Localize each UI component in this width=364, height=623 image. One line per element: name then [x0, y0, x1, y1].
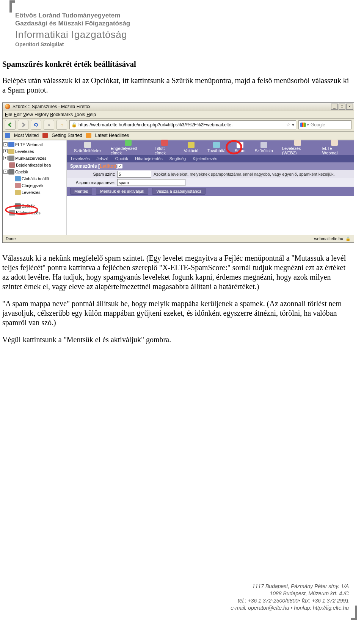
spam-folder-input[interactable]	[117, 179, 185, 186]
blank-area	[67, 196, 354, 235]
tree-label: Kijelentkezés	[16, 211, 41, 215]
menu-bookmarks[interactable]: Bookmarks	[50, 112, 73, 117]
menu-file[interactable]: File	[5, 112, 12, 117]
tree-item-munkaszervez-s[interactable]: +Munkaszervezés	[3, 155, 66, 162]
menu-view[interactable]: View	[23, 112, 33, 117]
menu-history[interactable]: History	[35, 112, 49, 117]
home-button[interactable]: ⌂	[56, 120, 67, 130]
save-button[interactable]: Mentés	[70, 188, 92, 195]
topnav-sz-r-felt-telek[interactable]: Szűrőfeltételek	[74, 142, 102, 153]
url-bar[interactable]: 🔒 https://webmail.elte.hu/horde/index.ph…	[69, 120, 296, 129]
document-body: Spamszűrés konkrét érték beállításával B…	[0, 52, 364, 345]
user-icon	[9, 162, 15, 168]
subnav-hibabejelent-s[interactable]: Hibabejelentés	[135, 156, 163, 161]
save-and-activate-button[interactable]: Mentsük el és aktiváljuk	[96, 188, 148, 195]
menu-edit[interactable]: Edit	[14, 112, 22, 117]
mail-icon	[15, 190, 21, 195]
tree-expander[interactable]: -	[3, 170, 8, 174]
bookmark-headlines[interactable]: Latest Headlines	[95, 133, 129, 138]
section-header: Spamszűrés [Letiltott] ✓	[67, 162, 354, 170]
tree-expander[interactable]: +	[3, 156, 8, 160]
bookmark-getting-started[interactable]: Getting Started	[52, 133, 82, 138]
google-icon	[300, 123, 306, 127]
maximize-button[interactable]: □	[339, 104, 345, 110]
horde-topnav: SzűrőfeltételekEngedélyezett címekTiltot…	[67, 140, 354, 155]
topnav-label: Engedélyezett címek	[111, 146, 146, 155]
url-dropdown-icon[interactable]: ▾	[292, 122, 294, 127]
topnav-icon	[84, 142, 91, 148]
subnav-levelez-s[interactable]: Levelezés	[71, 156, 90, 161]
topnav-tiltott-c-mek[interactable]: Tiltott címek	[155, 140, 175, 155]
menu-help[interactable]: Help	[86, 112, 96, 117]
tree-label: Szűrők	[22, 204, 35, 208]
tree-label: ELTE Webmail	[15, 142, 42, 147]
minimize-button[interactable]: _	[331, 104, 338, 110]
reload-button[interactable]	[31, 120, 41, 130]
topnav-enged-lyezett-c-mek[interactable]: Engedélyezett címek	[111, 140, 146, 155]
back-button[interactable]	[5, 120, 16, 130]
tool-icon	[8, 169, 14, 175]
topnav-tov-bb-t-[interactable]: Továbbítá	[207, 142, 226, 153]
letterhead-accent	[9, 0, 15, 13]
spam-level-label: Spam szint:	[69, 172, 115, 176]
search-box[interactable]: ▾ Google	[298, 120, 351, 129]
tree-item-bejelentkez-si-bea[interactable]: Bejelentkezési bea	[3, 162, 66, 168]
funnel-icon	[15, 203, 21, 209]
tree-item-sz-r-k[interactable]: Szűrők	[3, 203, 66, 209]
topnav-label: Szűrőlista	[255, 148, 273, 153]
menu-tools[interactable]: Tools	[74, 112, 85, 117]
window-titlebar: Szűrők :: Spamszűrés - Mozilla Firefox _…	[3, 103, 354, 111]
topnav-label: Szűrőfeltételek	[74, 148, 102, 153]
bookmark-star-icon[interactable]: ☆	[286, 122, 290, 127]
screenshot: Szűrők :: Spamszűrés - Mozilla Firefox _…	[2, 102, 354, 243]
tree-item-blank	[3, 196, 66, 203]
spam-level-input[interactable]	[117, 171, 151, 178]
bookmark-most-visited[interactable]: Most Visited	[14, 133, 39, 138]
tree-item-c-mjegyz-k[interactable]: Címjegyzék	[3, 182, 66, 189]
headlines-icon	[86, 133, 91, 138]
lock-icon: 🔒	[71, 122, 77, 127]
tree-label: Bejelentkezési bea	[16, 163, 51, 167]
tree-expander[interactable]: +	[3, 149, 8, 153]
highlight-circle-spam	[226, 140, 242, 154]
section-title: Spamszűrés konkrét érték beállításával	[2, 60, 352, 69]
stop-button[interactable]: ×	[44, 120, 54, 130]
subnav-kijelentkez-s[interactable]: Kijelentkezés	[193, 156, 217, 161]
topnav-icon	[188, 142, 195, 148]
paragraph-4: Végül kattintsunk a "Mentsük el és aktiv…	[2, 335, 352, 345]
tree-item-opci-k[interactable]: -Opciók	[3, 168, 66, 175]
tree-item-kijelentkez-s[interactable]: Kijelentkezés	[3, 209, 66, 216]
section-toggle-icon[interactable]: ✓	[118, 164, 122, 168]
tree-label: Opciók	[15, 170, 28, 174]
search-placeholder: Google	[311, 122, 325, 127]
browser-menubar: File Edit View History Bookmarks Tools H…	[3, 111, 354, 119]
topnav-elte-webmail[interactable]: ELTE Webmail	[322, 140, 347, 155]
spam-level-row: Spam szint: Azokat a leveleket, melyekne…	[67, 170, 354, 178]
footer-line-2: 1088 Budapest, Múzeum krt. 4./C	[231, 590, 349, 597]
topnav-sz-r-lista[interactable]: Szűrőlista	[255, 142, 273, 153]
search-dropdown-icon[interactable]: ▾	[307, 123, 309, 127]
spam-level-hint: Azokat a leveleket, melyeknek spampontsz…	[154, 172, 335, 176]
footer-line-4: e-mail: operator@elte.hu • honlap: http:…	[231, 604, 349, 612]
topnav-vak-ci-[interactable]: Vakáció	[184, 142, 198, 153]
forward-button[interactable]	[18, 120, 28, 130]
back-to-rules-button[interactable]: Vissza a szabálylistához	[152, 188, 206, 195]
footer-line-3: tel.: +36 1 372-2500/6800• fax: +36 1 37…	[231, 597, 349, 604]
close-button[interactable]: ×	[346, 104, 353, 110]
topnav-icon	[260, 142, 267, 148]
tree-item-elte-webmail[interactable]: -ELTE Webmail	[3, 141, 66, 148]
tree-expander[interactable]: -	[3, 142, 8, 146]
most-visited-icon	[5, 133, 10, 138]
tree-label: Munkaszervezés	[15, 156, 47, 160]
letterhead-line-4: Operátori Szolgálat	[15, 41, 364, 48]
tree-item-levelez-s[interactable]: +Levelezés	[3, 148, 66, 155]
subnav-seg-ts-g[interactable]: Segítség	[169, 156, 186, 161]
bookmarks-bar: Most Visited Getting Started Latest Head…	[3, 132, 354, 140]
tree-item-levelez-s[interactable]: Levelezés	[3, 189, 66, 196]
topnav-icon	[331, 140, 338, 146]
subnav-opci-k[interactable]: Opciók	[115, 156, 128, 161]
topnav-levelez-s-web2-[interactable]: Levelezés (WEB2)	[282, 140, 313, 155]
paragraph-2: Válasszuk ki a nekünk megfelelő spam szi…	[2, 253, 352, 291]
subnav-jelsz-[interactable]: Jelszó	[97, 156, 108, 161]
tree-item-glob-lis-be-ll-t[interactable]: Globális beállít	[3, 175, 66, 182]
